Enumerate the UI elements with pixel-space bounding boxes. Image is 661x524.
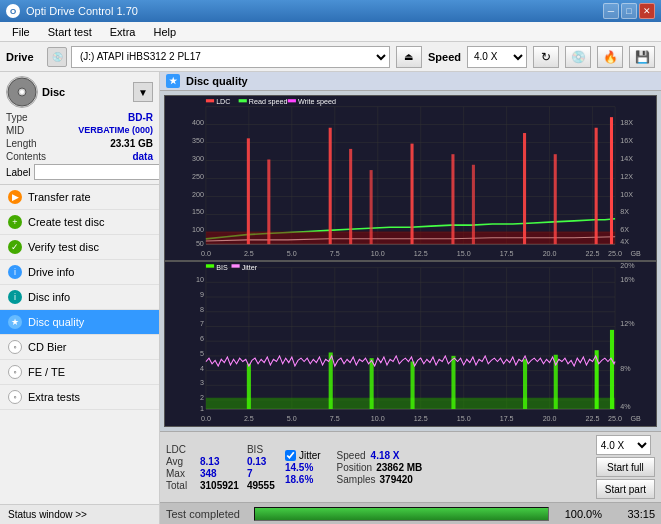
- speed-current: 4.18 X: [371, 450, 400, 461]
- chart1-svg: 50 100 150 200 250 300 350 400 4X 6X 8X …: [165, 96, 656, 260]
- svg-text:2: 2: [200, 393, 204, 402]
- svg-text:1: 1: [200, 404, 204, 413]
- max-label: Max: [166, 468, 196, 479]
- svg-text:400: 400: [192, 117, 204, 126]
- svg-rect-133: [231, 264, 239, 267]
- eject-button[interactable]: ⏏: [396, 46, 422, 68]
- svg-text:8X: 8X: [620, 207, 629, 216]
- menu-file[interactable]: File: [4, 24, 38, 40]
- burn-button[interactable]: 🔥: [597, 46, 623, 68]
- bis-column: BIS 0.13 7 49555: [247, 444, 277, 491]
- title-bar: O Opti Drive Control 1.70 ─ □ ✕: [0, 0, 661, 22]
- sidebar-item-extra-tests[interactable]: ◦ Extra tests: [0, 385, 159, 410]
- menu-extra[interactable]: Extra: [102, 24, 144, 40]
- drive-select[interactable]: (J:) ATAPI iHBS312 2 PL17: [71, 46, 390, 68]
- svg-rect-56: [349, 149, 352, 244]
- disc-options-button[interactable]: ▼: [133, 82, 153, 102]
- contents-value: data: [132, 151, 153, 162]
- max-speed-select[interactable]: 4.0 X: [596, 435, 651, 455]
- disc-quality-title: Disc quality: [186, 75, 248, 87]
- progress-track: [254, 507, 549, 521]
- label-label: Label: [6, 167, 30, 178]
- svg-text:8%: 8%: [620, 363, 631, 372]
- svg-text:12.5: 12.5: [414, 249, 428, 258]
- svg-text:4: 4: [200, 363, 204, 372]
- svg-text:4X: 4X: [620, 237, 629, 246]
- sidebar-item-drive-info[interactable]: i Drive info: [0, 260, 159, 285]
- chart2: 1 2 3 4 5 6 7 8 9 10 4% 8% 12% 16% 20%: [164, 261, 657, 427]
- disc-button[interactable]: 💿: [565, 46, 591, 68]
- svg-text:GB: GB: [630, 249, 640, 258]
- save-button[interactable]: 💾: [629, 46, 655, 68]
- speed-select[interactable]: 4.0 X: [467, 46, 527, 68]
- right-controls: 4.0 X Start full Start part: [596, 435, 655, 499]
- jitter-column: Jitter 14.5% 18.6%: [285, 450, 321, 485]
- status-window-toggle[interactable]: Status window >>: [0, 504, 159, 524]
- app-icon: O: [6, 4, 20, 18]
- maximize-button[interactable]: □: [621, 3, 637, 19]
- title-text: Opti Drive Control 1.70: [26, 5, 138, 17]
- svg-text:15.0: 15.0: [457, 414, 471, 423]
- svg-text:25.0: 25.0: [608, 414, 622, 423]
- svg-rect-127: [523, 359, 527, 409]
- menu-start-test[interactable]: Start test: [40, 24, 100, 40]
- jitter-checkbox[interactable]: [285, 450, 296, 461]
- svg-text:7.5: 7.5: [330, 249, 340, 258]
- svg-rect-60: [472, 165, 475, 244]
- fe-te-icon: ◦: [8, 365, 22, 379]
- svg-rect-57: [370, 170, 373, 244]
- sidebar-item-transfer-rate[interactable]: ▶ Transfer rate: [0, 185, 159, 210]
- progress-bar-container: Test completed 100.0% 33:15: [160, 502, 661, 524]
- svg-text:17.5: 17.5: [500, 249, 514, 258]
- svg-text:0.0: 0.0: [201, 414, 211, 423]
- ldc-total: 3105921: [200, 480, 239, 491]
- refresh-button[interactable]: ↻: [533, 46, 559, 68]
- svg-text:8: 8: [200, 304, 204, 313]
- samples-value: 379420: [380, 474, 413, 485]
- mid-value: VERBATIMe (000): [78, 125, 153, 136]
- disc-quality-icon: ★: [8, 315, 22, 329]
- sidebar-item-cd-bier[interactable]: ◦ CD Bier: [0, 335, 159, 360]
- sidebar-item-create-test-disc[interactable]: + Create test disc: [0, 210, 159, 235]
- avg-label: Avg: [166, 456, 196, 467]
- ldc-column: LDC Avg 8.13 Max 348 Total 3105921: [166, 444, 239, 491]
- svg-rect-130: [610, 330, 614, 409]
- label-input[interactable]: [34, 164, 160, 180]
- svg-text:22.5: 22.5: [586, 414, 600, 423]
- main-layout: Disc ▼ Type BD-R MID VERBATIMe (000) Len…: [0, 72, 661, 524]
- svg-text:25.0: 25.0: [608, 249, 622, 258]
- create-test-disc-label: Create test disc: [28, 216, 104, 228]
- svg-text:Write speed: Write speed: [298, 97, 336, 106]
- drive-icon: 💿: [47, 47, 67, 67]
- contents-label: Contents: [6, 151, 46, 162]
- cd-bier-icon: ◦: [8, 340, 22, 354]
- disc-info-icon: i: [8, 290, 22, 304]
- svg-text:17.5: 17.5: [500, 414, 514, 423]
- sidebar-item-disc-info[interactable]: i Disc info: [0, 285, 159, 310]
- fe-te-label: FE / TE: [28, 366, 65, 378]
- position-value: 23862 MB: [376, 462, 422, 473]
- close-button[interactable]: ✕: [639, 3, 655, 19]
- sidebar-item-disc-quality[interactable]: ★ Disc quality: [0, 310, 159, 335]
- svg-text:3: 3: [200, 378, 204, 387]
- svg-rect-59: [451, 154, 454, 244]
- chart2-svg: 1 2 3 4 5 6 7 8 9 10 4% 8% 12% 16% 20%: [165, 262, 656, 426]
- sidebar-item-fe-te[interactable]: ◦ FE / TE: [0, 360, 159, 385]
- position-header: Position: [337, 462, 373, 473]
- disc-title: Disc: [42, 86, 65, 98]
- svg-text:10X: 10X: [620, 189, 633, 198]
- start-part-button[interactable]: Start part: [596, 479, 655, 499]
- menu-bar: File Start test Extra Help: [0, 22, 661, 42]
- svg-text:5: 5: [200, 349, 204, 358]
- svg-rect-124: [370, 358, 374, 409]
- svg-text:20.0: 20.0: [543, 414, 557, 423]
- jitter-header: Jitter: [299, 450, 321, 461]
- bis-header: BIS: [247, 444, 277, 455]
- minimize-button[interactable]: ─: [603, 3, 619, 19]
- svg-text:12X: 12X: [620, 171, 633, 180]
- start-full-button[interactable]: Start full: [596, 457, 655, 477]
- sidebar-item-verify-test-disc[interactable]: ✓ Verify test disc: [0, 235, 159, 260]
- drive-toolbar: Drive 💿 (J:) ATAPI iHBS312 2 PL17 ⏏ Spee…: [0, 42, 661, 72]
- svg-text:BIS: BIS: [216, 263, 228, 272]
- menu-help[interactable]: Help: [145, 24, 184, 40]
